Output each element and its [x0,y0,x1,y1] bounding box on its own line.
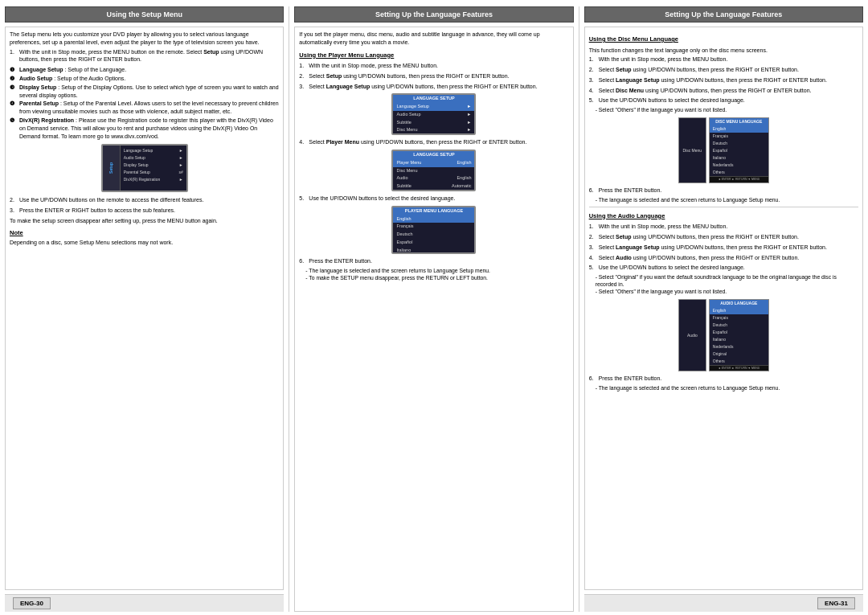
player-step-4: 4. Select Player Menu using UP/DOWN butt… [299,138,568,146]
screen-audio-area: Audio AUDIO LANGUAGE English Français De… [589,299,858,372]
disc-step-5: 5. Use the UP/DOWN buttons to select the… [589,96,858,105]
disc-step-1: 1. With the unit in Stop mode, press the… [589,55,858,64]
col1-header: Using the Setup Menu [5,6,284,23]
audio-note-1: - The language is selected and the scree… [589,385,858,392]
disc-menu-intro: This function changes the text language … [589,47,858,55]
player-note-1: - The language is selected and the scree… [299,268,568,275]
player-step-6: 6. Press the ENTER button. [299,257,568,265]
circled-5: ❺ DivX(R) Registration : Please use the … [10,117,279,140]
player-step-5: 5. Use the UP/DOWN buttons to select the… [299,195,568,203]
disc-bullet-others: - Select "Others" if the language you wa… [589,107,858,114]
col3-footer: ENG-31 [584,594,863,612]
step-3: 3. Press the ENTER or RIGHT button to ac… [10,207,279,215]
col3-body: Using the Disc Menu Language This functi… [584,27,863,590]
audio-section-title: Using the Audio Language [589,212,858,221]
column-1: Using the Setup Menu The Setup menu lets… [5,6,284,612]
screen-audio-label: Audio [678,299,706,372]
circled-3: ❸ Display Setup : Setup of the Display O… [10,84,279,100]
note-text: Depending on a disc, some Setup Menu sel… [10,239,279,247]
audio-step-2: 2. Select Setup using UP/DOWN buttons, t… [589,233,858,241]
audio-step-4: 4. Select Audio using UP/DOWN buttons, t… [589,254,858,262]
audio-step-6: 6. Press the ENTER button. [589,375,858,383]
step-1: 1. With the unit in Stop mode, press the… [10,48,279,64]
screen-setup-menu: Setup Language Setup► Audio Setup► Displ… [101,144,188,192]
audio-step-3: 3. Select Language Setup using UP/DOWN b… [589,244,858,252]
page: Using the Setup Menu The Setup menu lets… [0,0,868,615]
step-2: 2. Use the UP/DOWN buttons on the remote… [10,196,279,204]
audio-step-5: 5. Use the UP/DOWN buttons to select the… [589,264,858,272]
column-2: Setting Up the Language Features If you … [294,6,573,612]
col2-header: Setting Up the Language Features [294,6,573,23]
screen-audio-list: AUDIO LANGUAGE English Français Deutsch … [709,299,769,372]
screen-player-menu-selected: LANGUAGE SETUP Player MenuEnglish Disc M… [391,150,476,191]
disc-step-3: 3. Select Language Setup using UP/DOWN b… [589,76,858,84]
screen-player-lang-list: PLAYER MENU LANGUAGE English Français De… [391,206,476,254]
player-step-3: 3. Select Language Setup using UP/DOWN b… [299,83,568,91]
audio-bullet-2: - Select "Others" if the language you wa… [589,289,858,296]
disc-note-1: - The language is selected and the scree… [589,197,858,204]
circled-2: ❷ Audio Setup : Setup of the Audio Optio… [10,75,279,83]
col3-header: Setting Up the Language Features [584,6,863,23]
disc-step-2: 2. Select Setup using UP/DOWN buttons, t… [589,66,858,74]
disc-step-4: 4. Select Disc Menu using UP/DOWN button… [589,87,858,95]
player-step-1: 1. With the unit in Stop mode, press the… [299,62,568,70]
player-menu-section-title: Using the Player Menu Language [299,51,568,60]
footer-page-left: ENG-30 [13,597,51,609]
content-area: Using the Setup Menu The Setup menu lets… [0,0,868,615]
col2-intro: If you set the player menu, disc menu, a… [299,31,568,47]
section-divider [589,207,858,207]
player-note-2: - To make the SETUP menu disappear, pres… [299,275,568,282]
col2-body: If you set the player menu, disc menu, a… [294,27,573,612]
screen-disc-area: Disc Menu DISC MENU LANGUAGE English Fra… [589,117,858,183]
disc-step-6: 6. Press the ENTER button. [589,187,858,195]
col1-ending: To make the setup screen disappear after… [10,217,279,225]
col1-footer: ENG-30 [5,594,284,612]
disc-menu-section-title: Using the Disc Menu Language [589,35,858,44]
col-divider-1 [289,6,289,612]
player-step-2: 2. Select Setup using UP/DOWN buttons, t… [299,72,568,80]
circled-1: ❶ Language Setup : Setup of the Language… [10,66,279,74]
column-3: Setting Up the Language Features Using t… [584,6,863,612]
audio-step-1: 1. With the unit in Stop mode, press the… [589,223,858,231]
note-title: Note [10,229,279,238]
circled-4: ❹ Parental Setup : Setup of the Parental… [10,100,279,116]
col-divider-2 [579,6,579,612]
footer-page-right: ENG-31 [817,597,855,609]
col1-body: The Setup menu lets you customize your D… [5,27,284,590]
screen-disc-list: DISC MENU LANGUAGE English Français Deut… [709,117,769,183]
screen-disc-label: Disc Menu [678,117,706,183]
audio-bullet-1: - Select "Original" if you want the defa… [589,274,858,289]
col1-intro: The Setup menu lets you customize your D… [10,31,279,47]
screen-language-setup: LANGUAGE SETUP Language Setup► Audio Set… [391,93,476,135]
